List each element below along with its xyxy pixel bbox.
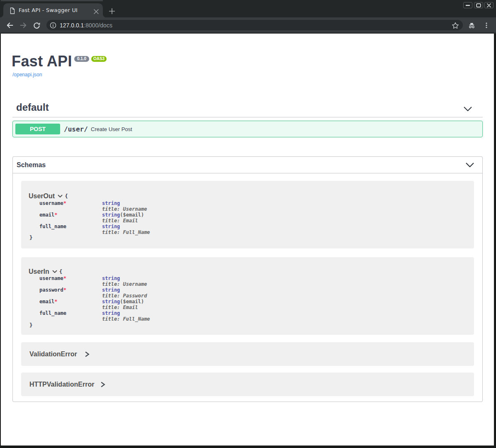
model-toggle[interactable]: HTTPValidationError [29, 373, 105, 396]
property-title: title: Full_Name [102, 316, 150, 322]
api-title: Fast API [12, 54, 72, 69]
property-type-text: string [102, 287, 120, 293]
property-title-row: title: Full_Name [39, 316, 413, 322]
schemas-header[interactable]: Schemas [13, 157, 482, 173]
openapi-spec-link[interactable]: /openapi.json [12, 72, 42, 78]
required-star: * [63, 275, 66, 281]
tab-corner-curve-inner [103, 14, 106, 17]
property-name: email* [39, 212, 57, 218]
site-info-icon[interactable] [50, 22, 56, 29]
property-type-text: string [102, 224, 120, 229]
property-type-text: string [102, 212, 120, 218]
address-bar[interactable]: 127.0.0.1:8000/docs [46, 20, 463, 30]
url-text[interactable]: 127.0.0.1:8000/docs [60, 22, 112, 29]
operation-post-user[interactable]: POST /user/ Create User Post [12, 121, 483, 137]
property-name: password* [39, 287, 66, 293]
schemas-title: Schemas [17, 157, 46, 173]
browser-tab[interactable]: Fast API - Swagger UI [3, 3, 103, 17]
oas3-badge: OAS3 [91, 56, 107, 62]
incognito-icon [465, 17, 478, 32]
version-badge: 0.1.0 [74, 56, 89, 62]
property-type: string [102, 287, 120, 293]
close-brace: } [29, 322, 33, 328]
operation-path: /user/ [64, 125, 88, 133]
tab-corner-curve-inner [0, 14, 3, 17]
reload-button[interactable] [30, 17, 43, 32]
property-format: ($email) [120, 212, 144, 218]
back-button[interactable] [3, 17, 17, 32]
tab-close-icon[interactable] [94, 9, 99, 14]
open-brace: { [65, 193, 68, 199]
chevron-right-icon[interactable] [85, 351, 90, 357]
bookmark-star-icon[interactable] [449, 17, 462, 32]
property-format: ($email) [120, 299, 144, 304]
property-name: email* [39, 299, 57, 304]
chevron-down-icon[interactable] [52, 270, 57, 273]
swagger-page: Fast API 0.1.0 OAS3 /openapi.json defaul… [1, 34, 494, 446]
chevron-right-icon[interactable] [100, 382, 105, 387]
model-name: UserOut [29, 192, 55, 200]
model-userin: UserIn { username*stringtitle: Usernamep… [21, 257, 474, 335]
required-star: * [54, 299, 57, 304]
model-httpvalidationerror: HTTPValidationError [21, 373, 474, 396]
property-title: title: Username [102, 206, 147, 212]
property-title-row: title: Username [39, 281, 413, 287]
property-name: full_name [39, 310, 66, 316]
property-type-text: string [102, 299, 120, 304]
model-toggle[interactable]: ValidationError [29, 342, 90, 366]
model-toggle[interactable]: UserOut { [29, 192, 68, 200]
tab-corner-curve [0, 14, 3, 17]
property-type: string($email) [102, 212, 144, 218]
chevron-down-icon[interactable] [464, 107, 472, 111]
model-userout: UserOut { username*stringtitle: Username… [21, 181, 474, 248]
browser-toolbar: 127.0.0.1:8000/docs [0, 17, 496, 32]
model-name: UserIn [29, 268, 49, 275]
property-row: email*string($email) [39, 212, 413, 218]
property-title-row: title: Email [39, 304, 413, 310]
required-star: * [54, 212, 57, 218]
page-favicon-icon [10, 7, 15, 14]
model-name: ValidationError [29, 350, 77, 358]
tag-section-header[interactable]: default [12, 100, 483, 117]
model-toggle[interactable]: UserIn { [29, 268, 62, 275]
property-type-text: string [102, 310, 120, 316]
model-properties: username*stringtitle: Usernameemail*stri… [39, 200, 413, 235]
property-title: title: Password [102, 293, 147, 299]
property-type: string($email) [102, 299, 144, 304]
menu-kebab-icon[interactable] [480, 17, 493, 32]
tab-strip: Fast API - Swagger UI [0, 0, 496, 17]
window-close-button[interactable] [484, 2, 494, 8]
url-path: :8000/docs [84, 22, 112, 29]
new-tab-button[interactable] [109, 8, 115, 15]
property-title: title: Username [102, 281, 147, 287]
model-name: HTTPValidationError [29, 380, 94, 388]
property-row: password*string [39, 287, 413, 293]
chevron-down-icon[interactable] [466, 163, 474, 167]
property-row: full_namestring [39, 310, 413, 316]
property-type: string [102, 310, 120, 316]
model-validationerror: ValidationError [21, 342, 474, 366]
window-maximize-button[interactable] [474, 2, 483, 8]
tab-corner-curve [103, 14, 106, 17]
window-top-edge [1, 0, 103, 1]
property-type-text: string [102, 200, 120, 206]
close-brace: } [29, 235, 33, 241]
property-type: string [102, 224, 120, 229]
property-title-row: title: Email [39, 218, 413, 224]
chevron-down-icon[interactable] [58, 195, 63, 197]
property-name: username* [39, 200, 66, 206]
required-star: * [63, 200, 66, 206]
property-title: title: Email [102, 304, 138, 310]
tag-divider [12, 117, 483, 117]
open-brace: { [59, 268, 63, 275]
property-type-text: string [102, 275, 120, 281]
property-row: email*string($email) [39, 299, 413, 304]
property-name: full_name [39, 224, 66, 229]
property-row: full_namestring [39, 224, 413, 229]
required-star: * [63, 287, 66, 293]
forward-button[interactable] [17, 17, 30, 32]
window-minimize-button[interactable] [463, 2, 472, 8]
tag-name: default [16, 102, 49, 112]
property-title: title: Full_Name [102, 229, 150, 235]
property-title-row: title: Password [39, 293, 413, 299]
